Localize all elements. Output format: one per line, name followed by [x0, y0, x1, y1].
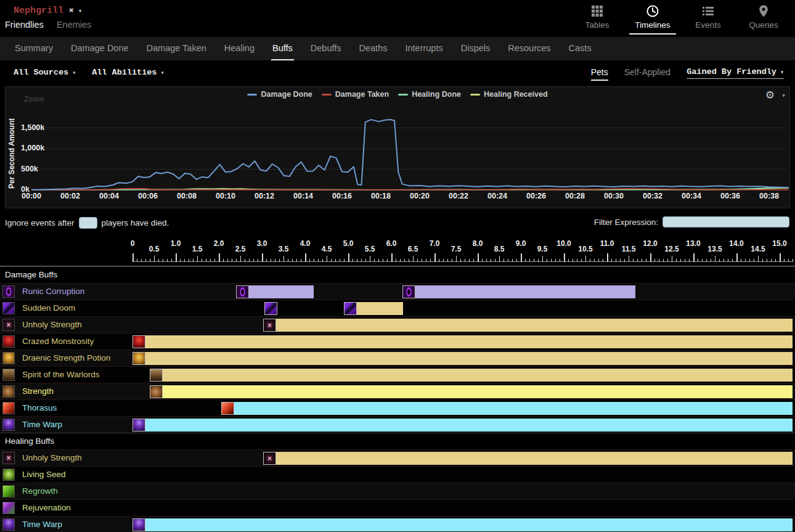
ruler-label: 12.0 — [643, 239, 657, 248]
close-icon[interactable]: ✖ — [69, 6, 74, 15]
nav-item-timelines[interactable]: Timelines — [625, 2, 680, 35]
ruler-tick — [486, 259, 487, 262]
timeline-chart[interactable] — [6, 87, 789, 208]
buff-bar-unholy-strength[interactable] — [276, 452, 793, 465]
tab-self-applied[interactable]: Self-Applied — [624, 67, 671, 77]
chevron-down-icon[interactable]: ▾ — [78, 7, 83, 15]
ruler-label: 5.0 — [343, 239, 354, 248]
buff-bar-unholy-strength[interactable] — [276, 319, 793, 332]
sources-dropdown[interactable]: All Sources▾ — [14, 68, 76, 77]
view-tabs: SummaryDamage DoneDamage TakenHealingBuf… — [0, 37, 795, 60]
sudden-doom-icon[interactable] — [344, 302, 357, 315]
ruler-tick — [154, 256, 155, 262]
ruler-tick — [685, 259, 685, 262]
buff-bar-runic-corruption[interactable] — [249, 285, 314, 298]
unholy-strength-icon[interactable]: × — [263, 452, 276, 465]
tab-damage-done[interactable]: Damage Done — [70, 37, 130, 60]
nav-item-queries[interactable]: Queries — [736, 2, 791, 35]
tab-debuffs[interactable]: Debuffs — [309, 37, 343, 60]
tab-deaths[interactable]: Deaths — [358, 37, 389, 60]
time-warp-icon[interactable] — [132, 518, 145, 531]
unholy-strength-icon[interactable]: × — [263, 319, 276, 332]
buff-bar-thorasus[interactable] — [234, 402, 793, 415]
ruler-tick — [672, 256, 672, 262]
tab-resources[interactable]: Resources — [507, 37, 552, 60]
queries-icon — [757, 4, 770, 18]
draenic-strength-potion-icon[interactable] — [132, 352, 145, 365]
tab-friendlies[interactable]: Friendlies — [5, 20, 44, 30]
nav-underline — [574, 33, 621, 35]
time-warp-icon[interactable] — [132, 419, 145, 432]
buff-bar-crazed-monstrosity[interactable] — [145, 335, 793, 348]
deaths-count-input[interactable] — [79, 217, 97, 229]
ruler-tick — [413, 256, 414, 262]
ruler-tick — [426, 259, 426, 262]
ruler-tick — [741, 259, 741, 262]
ruler-tick — [573, 259, 573, 262]
buff-bar-time-warp[interactable] — [145, 419, 793, 432]
ruler-tick — [560, 259, 560, 262]
ruler-tick — [521, 253, 522, 262]
ruler-tick — [499, 256, 500, 262]
buff-label: Strength — [22, 383, 54, 399]
ruler-tick — [491, 259, 491, 262]
buff-bar-strength[interactable] — [163, 385, 793, 398]
ruler-tick — [275, 259, 275, 262]
tab-pets[interactable]: Pets — [591, 67, 608, 81]
ruler-tick — [663, 259, 664, 262]
tab-buffs[interactable]: Buffs — [271, 37, 294, 60]
filter-expression-input[interactable] — [662, 216, 789, 227]
ruler-tick — [771, 259, 772, 262]
ruler-tick — [495, 259, 495, 262]
ruler-tick — [365, 259, 366, 262]
ruler-tick — [633, 259, 634, 262]
tab-casts[interactable]: Casts — [568, 37, 593, 60]
crazed-monstrosity-icon[interactable] — [132, 335, 145, 348]
thorasus-icon[interactable] — [221, 402, 234, 415]
buff-row-sudden-doom: Sudden Doom — [0, 300, 795, 316]
tab-dispels[interactable]: Dispels — [460, 37, 492, 60]
abilities-dropdown[interactable]: All Abilities▾ — [92, 68, 164, 77]
ruler-tick — [642, 259, 642, 262]
ruler-tick — [327, 256, 327, 262]
tab-damage-taken[interactable]: Damage Taken — [145, 37, 208, 60]
runic-corruption-icon[interactable] — [402, 285, 415, 298]
ruler-tick — [167, 259, 168, 262]
x-axis-tick-label: 00:06 — [134, 192, 162, 200]
strength-icon[interactable] — [150, 385, 163, 398]
tab-summary[interactable]: Summary — [14, 37, 54, 60]
ruler-tick — [551, 259, 552, 262]
buff-row-strength: Strength — [0, 383, 795, 399]
ruler-tick — [728, 259, 728, 262]
buff-bar-draenic-strength-potion[interactable] — [145, 352, 793, 365]
buff-bar-sudden-doom[interactable] — [357, 302, 403, 315]
ruler-label: 5.5 — [365, 245, 375, 253]
spirit-of-the-warlords-icon[interactable] — [150, 369, 163, 382]
buff-bar-spirit-of-the-warlords[interactable] — [163, 369, 793, 382]
buff-label: Rejuvenation — [22, 500, 71, 516]
filter-expression-label: Filter Expression: — [594, 218, 658, 227]
sudden-doom-icon[interactable] — [264, 302, 277, 315]
ruler-label: 7.5 — [451, 245, 462, 253]
ruler-label: 4.0 — [300, 239, 311, 248]
ruler-tick — [775, 259, 776, 262]
ruler-tick — [283, 256, 284, 262]
ruler-label: 14.5 — [751, 245, 765, 253]
gained-by-dropdown[interactable]: Gained By Friendly▾ — [687, 67, 784, 79]
tab-healing[interactable]: Healing — [223, 37, 256, 60]
ruler-tick — [564, 253, 565, 262]
buff-bar-time-warp[interactable] — [145, 518, 793, 531]
ruler-tick — [132, 253, 134, 262]
tab-enemies[interactable]: Enemies — [57, 20, 91, 30]
ruler-tick — [400, 259, 401, 262]
ruler-tick — [736, 253, 738, 262]
buff-bar-runic-corruption[interactable] — [415, 285, 635, 298]
ruler-label: 0 — [131, 239, 135, 248]
ruler-tick — [478, 253, 479, 262]
nav-item-tables[interactable]: Tables — [569, 2, 625, 35]
ruler-tick — [650, 253, 651, 262]
log-selector[interactable]: Nephgrill✖▾ — [14, 6, 82, 16]
runic-corruption-icon[interactable] — [236, 285, 249, 298]
tab-interrupts[interactable]: Interrupts — [404, 37, 444, 60]
nav-item-events[interactable]: Events — [680, 2, 736, 35]
